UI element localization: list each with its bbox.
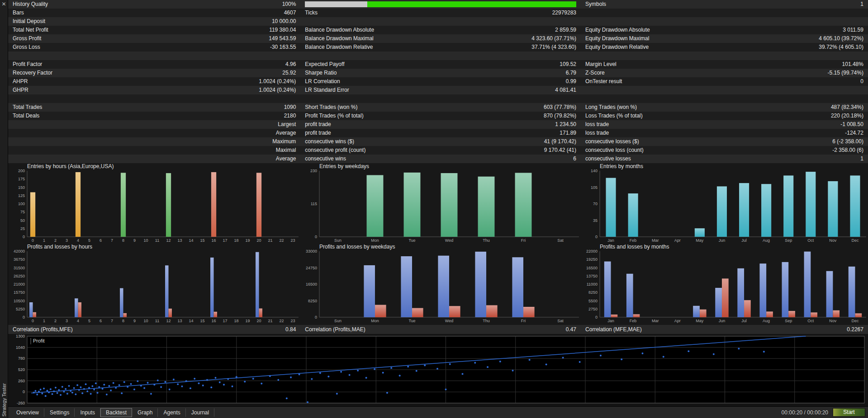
stats-row: Total Trades1090Short Trades (won %)603 … bbox=[8, 103, 868, 112]
tab-agents[interactable]: Agents bbox=[158, 408, 185, 417]
svg-text:21: 21 bbox=[268, 238, 272, 243]
stats-cell: Largest bbox=[8, 120, 300, 129]
svg-text:12: 12 bbox=[166, 238, 171, 243]
chart-entries-by-weekdays: Entries by weekdays0115230SunMonTueWedTh… bbox=[300, 163, 581, 244]
stat-label: Loss Trades (% of total) bbox=[585, 112, 643, 120]
stats-cell: Gross Profit149 543.59 bbox=[8, 34, 300, 43]
tab-settings[interactable]: Settings bbox=[44, 408, 75, 417]
start-button[interactable]: Start bbox=[833, 408, 865, 417]
svg-text:260: 260 bbox=[18, 379, 25, 383]
svg-text:13750: 13750 bbox=[586, 274, 598, 278]
svg-text:7: 7 bbox=[111, 319, 113, 323]
progress-gray-segment bbox=[305, 1, 367, 7]
tab-backtest[interactable]: Backtest bbox=[100, 408, 132, 417]
svg-text:20: 20 bbox=[256, 319, 261, 323]
svg-text:Nov: Nov bbox=[829, 319, 837, 323]
stat-value: 1.0024 (0.24%) bbox=[259, 77, 296, 86]
stat-value: 41 (9 170.42) bbox=[544, 137, 576, 146]
stat-value: 119 380.04 bbox=[269, 26, 296, 34]
stat-value: -124.72 bbox=[845, 129, 863, 137]
stats-cell: Equity Drawdown Maximal4 605.10 (39.72%) bbox=[581, 34, 868, 43]
svg-text:1: 1 bbox=[43, 238, 45, 243]
stats-cell: History Quality100% bbox=[8, 0, 300, 9]
svg-text:21: 21 bbox=[268, 319, 272, 323]
history-quality-progressbar bbox=[305, 1, 576, 7]
svg-text:Sep: Sep bbox=[785, 238, 792, 243]
tab-graph[interactable]: Graph bbox=[132, 408, 158, 417]
stat-label: consecutive profit (count) bbox=[305, 146, 365, 155]
stats-cell: Maximum bbox=[8, 137, 300, 146]
svg-text:10: 10 bbox=[143, 238, 148, 243]
svg-text:50: 50 bbox=[20, 218, 25, 223]
stat-label: Recovery Factor bbox=[13, 69, 52, 77]
stats-cell: consecutive profit (count)9 170.42 (41) bbox=[300, 146, 581, 155]
stat-value: 10 000.00 bbox=[272, 17, 296, 26]
corr-label: Correlation (MFE,MAE) bbox=[585, 325, 642, 334]
svg-text:33000: 33000 bbox=[306, 249, 317, 254]
stats-row: GHPR1.0024 (0.24%)LR Standard Error4 081… bbox=[8, 86, 868, 94]
svg-text:Sun: Sun bbox=[334, 319, 342, 323]
tester-tab-bar: OverviewSettingsInputsBacktestGraphAgent… bbox=[8, 406, 868, 418]
stat-value: 4607 bbox=[284, 9, 296, 17]
stats-cell: Z-Score-5.15 (99.74%) bbox=[581, 69, 868, 77]
svg-text:May: May bbox=[696, 238, 704, 243]
tab-journal[interactable]: Journal bbox=[186, 408, 214, 417]
stat-label: AHPR bbox=[13, 77, 28, 86]
svg-text:5250: 5250 bbox=[16, 307, 25, 311]
tab-overview[interactable]: Overview bbox=[11, 408, 44, 417]
stat-value: Average bbox=[276, 129, 296, 137]
svg-text:18: 18 bbox=[234, 238, 238, 243]
svg-text:0: 0 bbox=[32, 238, 34, 243]
history-quality-progressbar-cell bbox=[300, 0, 581, 9]
svg-text:5: 5 bbox=[88, 319, 90, 323]
stats-cell: Profit Factor4.96 bbox=[8, 60, 300, 69]
svg-text:16: 16 bbox=[211, 319, 216, 323]
svg-text:520: 520 bbox=[18, 367, 25, 372]
svg-text:0: 0 bbox=[315, 235, 317, 239]
stat-value: 100% bbox=[282, 0, 296, 9]
svg-text:23: 23 bbox=[290, 319, 295, 323]
svg-text:17: 17 bbox=[223, 238, 227, 243]
close-icon[interactable]: ✕ bbox=[1, 1, 6, 7]
stats-row: Maximumconsecutive wins ($)41 (9 170.42)… bbox=[8, 137, 868, 146]
svg-text:175: 175 bbox=[18, 177, 25, 181]
svg-text:Entries by weekdays: Entries by weekdays bbox=[319, 163, 369, 169]
svg-text:Sun: Sun bbox=[334, 238, 342, 243]
svg-text:Mon: Mon bbox=[371, 319, 379, 323]
stats-cell bbox=[581, 17, 868, 26]
svg-text:8: 8 bbox=[122, 319, 124, 323]
stat-value: 487 (82.34%) bbox=[831, 103, 863, 112]
stats-cell: LR Correlation0.99 bbox=[300, 77, 581, 86]
stats-cell: OnTester result0 bbox=[581, 77, 868, 86]
stats-row: Averageprofit trade171.89loss trade-124.… bbox=[8, 129, 868, 137]
svg-text:42000: 42000 bbox=[14, 249, 25, 254]
svg-text:22: 22 bbox=[279, 319, 284, 323]
chart-entries-by-hours: Entries by hours (Asia,Europe,USA)025507… bbox=[8, 163, 300, 244]
stats-cell bbox=[300, 52, 581, 60]
panel-side-strip: ✕ Strategy Tester bbox=[0, 0, 8, 418]
svg-text:Profits and losses by weekdays: Profits and losses by weekdays bbox=[319, 244, 395, 250]
stats-cell: Balance Drawdown Absolute2 859.59 bbox=[300, 26, 581, 34]
svg-text:Thu: Thu bbox=[483, 319, 490, 323]
stats-cell bbox=[300, 17, 581, 26]
stat-value: 603 (77.78%) bbox=[544, 103, 576, 112]
stats-row: Total Net Profit119 380.04Balance Drawdo… bbox=[8, 26, 868, 34]
svg-text:780: 780 bbox=[18, 356, 25, 361]
chart-profits-losses-by-months: Profits and losses by months027505500825… bbox=[581, 244, 868, 324]
svg-text:Dec: Dec bbox=[851, 238, 859, 243]
svg-text:Nov: Nov bbox=[829, 238, 837, 243]
stat-value: 4 323.60 (37.71%) bbox=[531, 34, 576, 43]
footer-tabs: OverviewSettingsInputsBacktestGraphAgent… bbox=[11, 408, 214, 417]
svg-text:Thu: Thu bbox=[483, 238, 490, 243]
stat-label: Equity Drawdown Absolute bbox=[585, 26, 650, 34]
svg-text:0: 0 bbox=[595, 315, 598, 319]
stat-label: profit trade bbox=[305, 129, 331, 137]
tab-inputs[interactable]: Inputs bbox=[75, 408, 100, 417]
svg-text:200: 200 bbox=[18, 169, 25, 173]
stats-row: Gross Profit149 543.59Balance Drawdown M… bbox=[8, 34, 868, 43]
stat-value: Average bbox=[276, 155, 296, 163]
stat-label: Ticks bbox=[305, 9, 318, 17]
stat-label: consecutive losses ($) bbox=[585, 137, 639, 146]
stat-label: Gross Loss bbox=[13, 43, 40, 52]
stats-cell bbox=[300, 94, 581, 103]
